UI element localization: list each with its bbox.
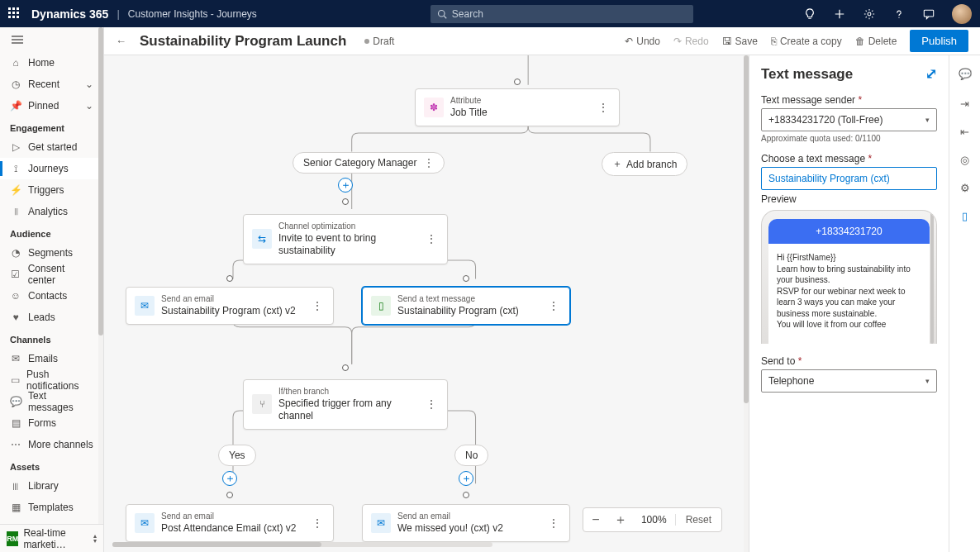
undo-button[interactable]: ↶ Undo — [625, 36, 660, 47]
app-launcher-icon[interactable] — [8, 7, 21, 21]
node-email-no[interactable]: ✉ Send an emailWe missed you! (cxt) v2 ⋮ — [362, 504, 570, 542]
global-search[interactable]: Search — [431, 5, 693, 23]
sendto-label: Send to * — [761, 355, 937, 367]
help-icon[interactable] — [892, 7, 906, 21]
zoom-in-button[interactable]: ＋ — [608, 512, 633, 529]
copilot-chat-icon[interactable]: 💬 — [959, 67, 972, 80]
leftnav-scrollbar[interactable] — [98, 27, 103, 524]
brand-name: Dynamics 365 — [31, 7, 108, 21]
nav-segments[interactable]: ◔Segments — [0, 242, 103, 264]
nav-collapse-icon[interactable] — [0, 27, 103, 52]
no-label: No — [465, 450, 478, 461]
rail-settings-icon[interactable]: ⚙ — [959, 181, 972, 194]
node-attribute[interactable]: ✽ AttributeJob Title ⋮ — [415, 88, 620, 126]
chat-icon[interactable] — [922, 7, 935, 21]
nav-leads[interactable]: ♥Leads — [0, 307, 103, 328]
area-picker[interactable]: RM Real-time marketi… ▴▾ — [0, 524, 103, 552]
node-more-icon[interactable]: ⋮ — [546, 299, 561, 312]
node-more-icon[interactable]: ⋮ — [310, 299, 325, 312]
nav-contacts[interactable]: ☺Contacts — [0, 285, 103, 307]
yes-pill[interactable]: Yes — [218, 445, 256, 466]
plus-icon[interactable] — [833, 7, 846, 21]
nav-home[interactable]: ⌂Home — [0, 52, 103, 74]
nav-label: Push notifications — [26, 369, 93, 392]
node-email-left[interactable]: ✉ Send an emailSustainability Program (c… — [126, 287, 334, 325]
rail-target-icon[interactable]: ◎ — [959, 153, 972, 166]
add-step-button[interactable]: ＋ — [222, 471, 237, 486]
node-more-icon[interactable]: ⋮ — [424, 397, 439, 411]
publish-button[interactable]: Publish — [910, 30, 968, 52]
zoom-reset-button[interactable]: Reset — [675, 514, 721, 526]
branch-pill[interactable]: Senior Category Manager⋮ — [293, 152, 445, 174]
canvas-vscrollbar[interactable] — [744, 55, 749, 552]
node-text-message[interactable]: ▯ Send a text messageSustainability Prog… — [362, 287, 570, 325]
node-value: Post Attendance Email (cxt) v2 — [161, 522, 296, 535]
node-channel-optimization[interactable]: ⇆ Channel optimizationInvite to event to… — [243, 214, 448, 264]
node-more-icon[interactable]: ⋮ — [546, 516, 561, 530]
nav-triggers[interactable]: ⚡Triggers — [0, 179, 103, 201]
nav-label: Analytics — [28, 206, 68, 217]
back-button[interactable]: ← — [116, 35, 126, 47]
email-icon: ✉ — [135, 296, 155, 316]
canvas-hscrollbar[interactable] — [112, 542, 492, 547]
nav-text-messages[interactable]: 💬Text messages — [0, 391, 103, 412]
chevron-down-icon: ▾ — [925, 377, 930, 385]
zoom-value: 100% — [633, 514, 675, 526]
nav-get-started[interactable]: ▷Get started — [0, 136, 103, 158]
nav-consent-center[interactable]: ☑Consent center — [0, 264, 103, 285]
expand-panel-icon[interactable]: ⤢ — [925, 65, 937, 83]
zoom-out-button[interactable]: − — [583, 512, 608, 527]
properties-panel: Text message ⤢ Text message sender * +18… — [749, 55, 949, 552]
save-button[interactable]: 🖫 Save — [722, 36, 758, 47]
section-engagement: Engagement — [0, 117, 103, 136]
rail-properties-icon[interactable]: ▯ — [959, 209, 981, 222]
node-ifthen[interactable]: ⑂ If/then branchSpecified trigger from a… — [243, 379, 448, 430]
add-step-button[interactable]: ＋ — [338, 178, 353, 193]
gear-icon[interactable] — [863, 7, 876, 21]
sendto-select[interactable]: Telephone▾ — [761, 369, 937, 393]
nav-templates[interactable]: ▦Templates — [0, 497, 103, 518]
area-badge: RM — [7, 531, 18, 546]
journey-canvas[interactable]: ✽ AttributeJob Title ⋮ Senior Category M… — [104, 55, 749, 552]
nav-label: Segments — [28, 247, 73, 259]
app-name: Customer Insights - Journeys — [128, 8, 257, 20]
nav-emails[interactable]: ✉Emails — [0, 348, 103, 369]
nav-more-channels[interactable]: ⋯More channels — [0, 434, 103, 455]
user-avatar[interactable] — [952, 4, 972, 24]
nav-analytics[interactable]: ⫴Analytics — [0, 201, 103, 222]
nav-push[interactable]: ▭Push notifications — [0, 369, 103, 391]
push-icon: ▭ — [10, 374, 20, 386]
consent-icon: ☑ — [10, 269, 21, 280]
node-more-icon[interactable]: ⋮ — [596, 101, 611, 114]
delete-button[interactable]: 🗑 Delete — [855, 36, 897, 47]
svg-point-0 — [438, 10, 445, 17]
node-label: Channel optimization — [278, 221, 424, 232]
redo-button[interactable]: ↷ Redo — [673, 36, 709, 47]
nav-label: Leads — [28, 312, 55, 323]
preview-scrollbar[interactable] — [930, 211, 934, 344]
no-pill[interactable]: No — [454, 445, 488, 466]
node-more-icon[interactable]: ⋮ — [310, 516, 325, 530]
node-label: Send an email — [161, 294, 296, 305]
lightbulb-icon[interactable] — [803, 7, 816, 21]
add-step-button[interactable]: ＋ — [459, 471, 473, 486]
pill-more-icon[interactable]: ⋮ — [424, 157, 434, 169]
nav-forms[interactable]: ▤Forms — [0, 412, 103, 434]
connector-dot — [463, 492, 469, 498]
email-icon: ✉ — [10, 353, 21, 364]
add-branch-button[interactable]: ＋Add branch — [602, 152, 687, 176]
rail-enter-icon[interactable]: ⇥ — [959, 97, 972, 110]
create-copy-button[interactable]: ⎘ Create a copy — [771, 36, 842, 47]
forms-icon: ▤ — [10, 417, 21, 429]
nav-recent[interactable]: ◷Recent⌄ — [0, 74, 103, 95]
rail-exit-icon[interactable]: ⇤ — [959, 125, 972, 138]
nav-library[interactable]: ⫼Library — [0, 475, 103, 497]
sender-select[interactable]: +18334231720 (Toll-Free)▾ — [761, 108, 937, 131]
nav-label: Triggers — [28, 184, 64, 196]
node-email-yes[interactable]: ✉ Send an emailPost Attendance Email (cx… — [126, 504, 334, 542]
node-more-icon[interactable]: ⋮ — [424, 232, 439, 245]
nav-pinned[interactable]: 📌Pinned⌄ — [0, 95, 103, 117]
choose-message-select[interactable]: Sustainability Program (cxt) — [761, 167, 937, 190]
choose-value: Sustainability Program (cxt) — [768, 173, 890, 184]
nav-journeys[interactable]: ⟟Journeys — [0, 158, 103, 179]
